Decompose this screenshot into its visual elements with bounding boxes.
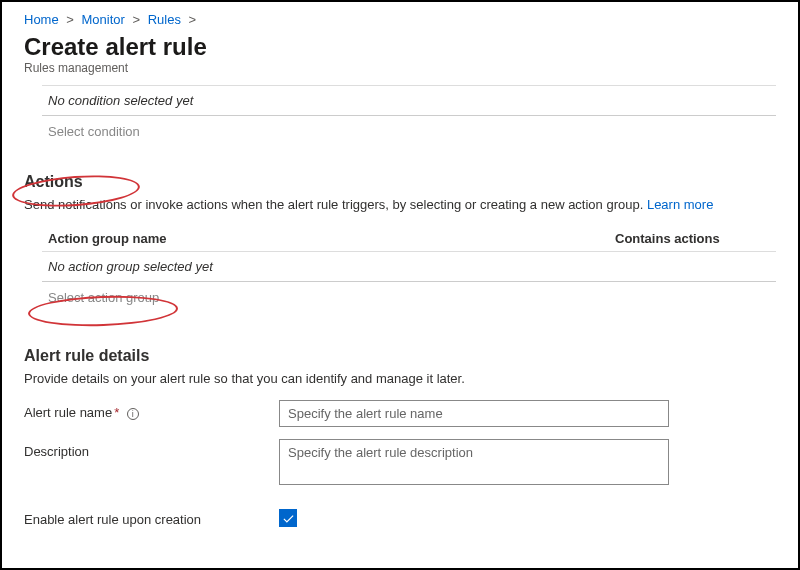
col-contains-actions: Contains actions <box>615 231 770 246</box>
alert-rule-name-input[interactable] <box>279 400 669 427</box>
details-description: Provide details on your alert rule so th… <box>24 371 776 386</box>
page-title: Create alert rule <box>2 27 798 61</box>
condition-empty-row: No condition selected yet <box>42 85 776 116</box>
required-asterisk: * <box>114 405 119 420</box>
actions-empty-row: No action group selected yet <box>42 252 776 282</box>
actions-heading: Actions <box>24 173 776 191</box>
form-row-description: Description <box>24 439 776 485</box>
chevron-right-icon: > <box>66 12 74 27</box>
form-row-enable: Enable alert rule upon creation <box>24 507 776 527</box>
enable-label: Enable alert rule upon creation <box>24 507 279 527</box>
description-label: Description <box>24 439 279 459</box>
details-heading: Alert rule details <box>24 347 776 365</box>
select-action-group-link[interactable]: Select action group <box>42 282 776 305</box>
alert-rule-name-label: Alert rule name* i <box>24 400 279 420</box>
actions-description-text: Send notifications or invoke actions whe… <box>24 197 647 212</box>
chevron-right-icon: > <box>189 12 197 27</box>
details-section: Alert rule details Provide details on yo… <box>2 347 798 527</box>
description-input[interactable] <box>279 439 669 485</box>
actions-section: Actions Send notifications or invoke act… <box>2 173 798 305</box>
actions-table-header: Action group name Contains actions <box>42 226 776 252</box>
alert-rule-name-label-text: Alert rule name <box>24 405 112 420</box>
enable-checkbox[interactable] <box>279 509 297 527</box>
breadcrumb-monitor[interactable]: Monitor <box>82 12 125 27</box>
breadcrumb-rules[interactable]: Rules <box>148 12 181 27</box>
actions-table: Action group name Contains actions No ac… <box>42 226 776 282</box>
select-condition-link[interactable]: Select condition <box>42 122 776 141</box>
col-action-group-name: Action group name <box>48 231 615 246</box>
breadcrumb-home[interactable]: Home <box>24 12 59 27</box>
page-subtitle: Rules management <box>2 61 798 83</box>
form-row-name: Alert rule name* i <box>24 400 776 427</box>
info-icon[interactable]: i <box>127 408 139 420</box>
breadcrumb: Home > Monitor > Rules > <box>2 10 798 27</box>
actions-description: Send notifications or invoke actions whe… <box>24 197 776 212</box>
chevron-right-icon: > <box>133 12 141 27</box>
check-icon <box>282 512 295 525</box>
learn-more-link[interactable]: Learn more <box>647 197 713 212</box>
